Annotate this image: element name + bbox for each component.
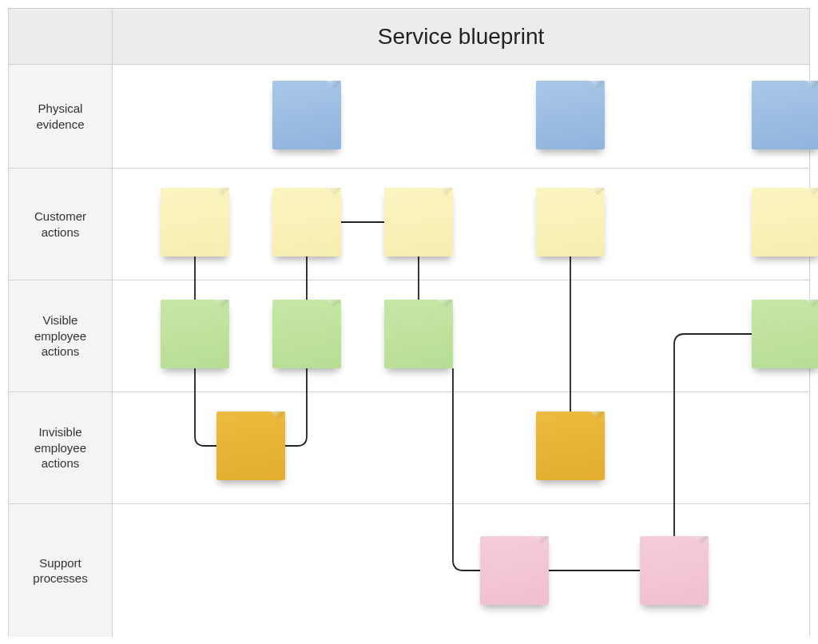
row-content-visible-employee	[113, 280, 809, 392]
sticky-note[interactable]	[384, 300, 453, 368]
row-label-support-processes: Support processes	[9, 504, 113, 637]
header-row: Service blueprint	[9, 9, 809, 65]
sticky-note[interactable]	[536, 81, 605, 149]
row-label-visible-employee: Visible employee actions	[9, 280, 113, 392]
row-customer-actions: Customer actions	[9, 169, 809, 280]
row-invisible-employee: Invisible employee actions	[9, 392, 809, 504]
blueprint-container: Service blueprint Physical evidence Cust…	[8, 8, 810, 636]
sticky-note[interactable]	[536, 411, 605, 480]
header-title: Service blueprint	[113, 9, 809, 64]
sticky-note[interactable]	[752, 81, 818, 149]
row-content-physical-evidence	[113, 65, 809, 168]
sticky-note[interactable]	[272, 81, 341, 149]
row-content-customer-actions	[113, 169, 809, 280]
sticky-note[interactable]	[216, 411, 285, 480]
sticky-note[interactable]	[752, 300, 818, 368]
sticky-note[interactable]	[161, 188, 229, 256]
blueprint-body: Physical evidence Customer actions Visib…	[9, 65, 809, 637]
header-corner	[9, 9, 113, 64]
sticky-note[interactable]	[752, 188, 818, 256]
row-label-invisible-employee: Invisible employee actions	[9, 392, 113, 503]
row-physical-evidence: Physical evidence	[9, 65, 809, 169]
row-label-customer-actions: Customer actions	[9, 169, 113, 280]
sticky-note[interactable]	[272, 300, 341, 368]
row-visible-employee: Visible employee actions	[9, 280, 809, 392]
row-label-physical-evidence: Physical evidence	[9, 65, 113, 168]
sticky-note[interactable]	[480, 536, 549, 605]
sticky-note[interactable]	[161, 300, 229, 368]
sticky-note[interactable]	[536, 188, 605, 256]
row-support-processes: Support processes	[9, 504, 809, 637]
sticky-note[interactable]	[640, 536, 709, 605]
sticky-note[interactable]	[272, 188, 341, 256]
sticky-note[interactable]	[384, 188, 453, 256]
row-content-support-processes	[113, 504, 809, 637]
row-content-invisible-employee	[113, 392, 809, 503]
